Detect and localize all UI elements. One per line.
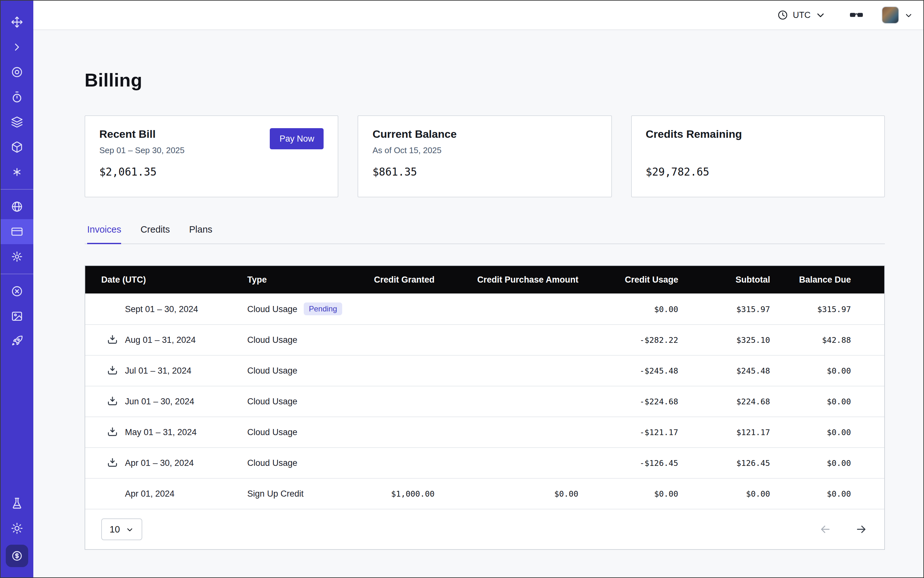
balance-due: $0.00 [781,417,884,448]
invoice-date: Jul 01 – 31, 2024 [125,366,191,375]
chevron-down-icon [904,11,913,19]
subtotal: $0.00 [689,478,781,509]
invoice-type: Cloud Usage [247,304,297,314]
table-row: Sept 01 – 30, 2024 Cloud UsagePending $0… [85,294,884,325]
rocket-icon [11,335,23,347]
page-size-select[interactable]: 10 [101,518,142,540]
sidebar-item-cube[interactable] [1,135,33,159]
invoice-date: May 01 – 31, 2024 [125,427,197,437]
move-icon [11,16,23,28]
previous-page-icon[interactable] [819,523,832,536]
download-invoice-icon[interactable] [106,395,119,408]
credit-granted [357,386,445,417]
sidebar-item-layers[interactable] [1,110,33,135]
sidebar-item-rocket[interactable] [1,329,33,354]
asterisk-icon [11,166,23,178]
billing-content: Billing Recent Bill Sep 01 – Sep 30, 202… [33,30,923,565]
column-header-credit-purchase: Credit Purchase Amount [445,266,589,294]
download-invoice-icon[interactable] [106,365,119,377]
sidebar-item-image[interactable] [1,304,33,329]
credit-granted: $1,000.00 [357,478,445,509]
clock-icon [778,10,788,21]
sidebar-item-theme[interactable] [1,516,33,541]
invoice-date: Jun 01 – 30, 2024 [125,397,194,406]
tab-invoices[interactable]: Invoices [87,224,121,244]
credit-granted [357,448,445,478]
credit-usage: -$282.22 [589,325,689,355]
credit-purchase-amount [445,355,589,386]
timer-icon [11,91,23,103]
invoice-date: Aug 01 – 31, 2024 [125,335,196,345]
sidebar [1,1,33,577]
download-invoice-icon[interactable] [106,457,119,469]
credit-usage: -$245.48 [589,355,689,386]
reader-mode-toggle[interactable] [849,8,864,23]
cube-icon [11,141,23,153]
gear-icon [11,250,23,263]
sidebar-item-labs[interactable] [1,491,33,516]
download-invoice-icon[interactable] [106,426,119,438]
table-row: Apr 01 – 30, 2024 Cloud Usage -$126.45 $… [85,448,884,478]
credit-granted [357,325,445,355]
glasses-icon [849,8,864,23]
sidebar-item-asterisk[interactable] [1,159,33,185]
next-page-icon[interactable] [855,523,867,536]
table-row: Jul 01 – 31, 2024 Cloud Usage -$245.48 $… [85,355,884,386]
timezone-selector[interactable]: UTC [778,10,826,21]
credit-usage: $0.00 [589,478,689,509]
dollar-coin-icon [11,550,23,562]
timezone-label: UTC [793,10,811,20]
sidebar-item-radar[interactable] [1,60,33,84]
subtotal: $325.10 [689,325,781,355]
tab-credits[interactable]: Credits [140,224,170,244]
balance-due: $0.00 [781,448,884,478]
tab-plans[interactable]: Plans [189,224,213,244]
balance-as-of: As of Oct 15, 2025 [373,146,597,156]
credit-usage: $0.00 [589,294,689,325]
sidebar-item-settings[interactable] [1,244,33,269]
column-header-date: Date (UTC) [85,266,237,294]
sidebar-item-billing[interactable] [1,219,33,244]
subtotal: $315.97 [689,294,781,325]
page-size-value: 10 [110,524,120,534]
sidebar-item-circle-x[interactable] [1,279,33,304]
sidebar-item-timer[interactable] [1,84,33,110]
billing-tabs: Invoices Credits Plans [84,224,885,244]
page-title: Billing [84,70,885,91]
column-header-balance-due: Balance Due [781,266,884,294]
credit-purchase-amount [445,325,589,355]
invoice-type: Cloud Usage [237,448,357,478]
pay-now-button[interactable]: Pay Now [270,128,324,149]
sidebar-divider [1,274,33,274]
chevron-down-icon [815,10,826,21]
credit-purchase-amount [445,294,589,325]
balance-due: $0.00 [781,355,884,386]
sidebar-divider [1,189,33,190]
sidebar-item-globe[interactable] [1,194,33,219]
download-invoice-icon[interactable] [106,334,119,346]
main-area: UTC Billing Recent Bill Sep 01 – Sep 30,… [33,1,923,577]
credit-purchase-amount [445,386,589,417]
avatar[interactable] [882,6,899,24]
recent-bill-amount: $2,061.35 [99,166,324,178]
app-logo[interactable] [1,10,33,35]
flask-icon [11,497,23,510]
credit-purchase-amount [445,448,589,478]
sidebar-item-usage[interactable] [6,545,28,567]
user-menu-button[interactable] [904,11,913,19]
sun-icon [11,522,23,534]
sidebar-collapse-button[interactable] [1,35,33,60]
status-badge: Pending [304,302,342,315]
credit-purchase-amount: $0.00 [445,478,589,509]
globe-icon [11,201,23,213]
invoice-type: Cloud Usage [237,355,357,386]
current-balance-amount: $861.35 [373,166,597,178]
invoice-date: Apr 01, 2024 [125,489,175,498]
topbar: UTC [33,1,923,30]
table-row: May 01 – 31, 2024 Cloud Usage -$121.17 $… [85,417,884,448]
table-footer: 10 [85,509,884,549]
credit-granted [357,355,445,386]
credit-granted [357,417,445,448]
card-subtitle [646,146,870,156]
column-header-subtotal: Subtotal [689,266,781,294]
